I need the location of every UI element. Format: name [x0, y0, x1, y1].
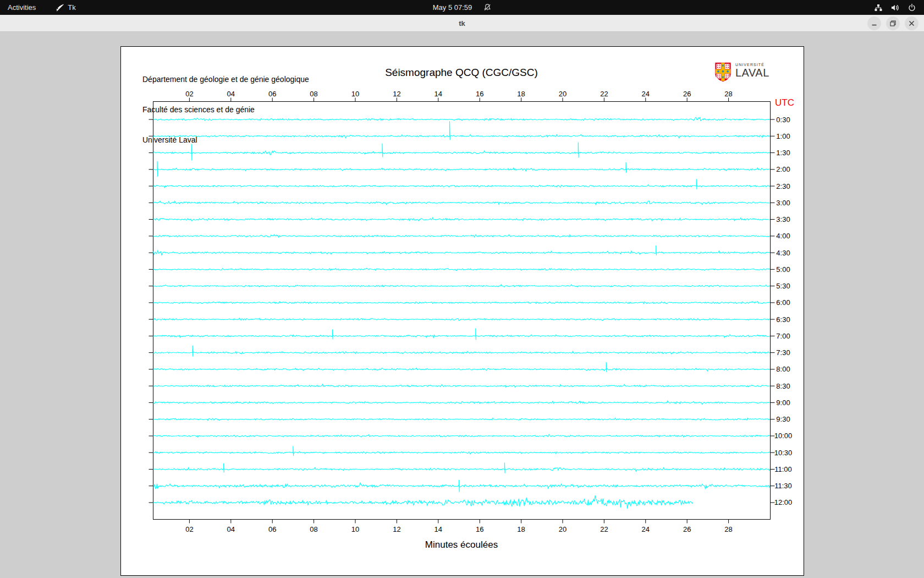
trace-row: [153, 285, 770, 287]
x-tick-label-top: 14: [435, 90, 442, 98]
time-label: 11:00: [774, 465, 792, 473]
time-label: 7:30: [776, 348, 790, 357]
trace-row: [153, 268, 770, 270]
x-tick-label-bottom: 16: [476, 525, 483, 533]
x-tick-label-top: 18: [517, 90, 525, 98]
trace-row: [153, 301, 770, 303]
trace-row: [153, 384, 770, 388]
trace-row: [153, 134, 770, 138]
time-label: 4:00: [776, 232, 790, 240]
time-label: 2:30: [776, 182, 790, 190]
trace-spike: [504, 462, 505, 473]
minimize-button[interactable]: [867, 17, 881, 30]
tk-feather-icon: [56, 3, 64, 12]
time-label: 3:30: [776, 215, 790, 223]
trace-spike: [578, 143, 579, 158]
close-icon: [909, 20, 915, 26]
trace-spike: [333, 329, 333, 339]
x-axis-title: Minutes écoulées: [153, 539, 770, 550]
trace-row: [153, 201, 770, 205]
x-tick-label-bottom: 02: [185, 525, 193, 533]
activities-button[interactable]: Activities: [0, 0, 43, 15]
trace-row: [153, 368, 770, 371]
trace-row: [153, 250, 770, 255]
time-label: 5:00: [776, 265, 790, 274]
restore-icon: [890, 20, 896, 26]
time-label: 10:30: [774, 449, 793, 457]
trace-row: [153, 151, 770, 155]
close-button[interactable]: [905, 17, 919, 30]
time-label: 8:00: [776, 365, 790, 373]
time-label: 12:00: [774, 498, 793, 506]
time-label: 7:00: [776, 332, 790, 340]
x-tick-label-top: 26: [683, 90, 691, 98]
trace-row: [153, 351, 770, 354]
time-label: 1:30: [776, 149, 790, 157]
x-tick-label-bottom: 14: [435, 525, 442, 533]
x-tick-label-bottom: 18: [517, 525, 525, 533]
trace-spike: [382, 144, 383, 157]
x-tick-label-top: 22: [600, 90, 608, 98]
x-tick-label-bottom: 10: [351, 525, 359, 533]
trace-row: [153, 335, 770, 338]
trace-row: [153, 318, 770, 320]
trace-spike: [656, 246, 657, 255]
x-tick-label-top: 02: [185, 90, 193, 98]
time-label: 9:30: [776, 415, 790, 423]
time-label: 3:00: [776, 199, 790, 207]
trace-row: [153, 117, 770, 121]
plot-border: [153, 102, 771, 520]
trace-row: [153, 495, 693, 509]
app-menu-label: Tk: [68, 3, 75, 12]
power-icon[interactable]: [908, 3, 916, 12]
trace-row: [153, 401, 770, 404]
x-tick-label-bottom: 08: [310, 525, 317, 533]
x-tick-label-bottom: 24: [642, 525, 650, 533]
volume-icon[interactable]: [890, 3, 900, 12]
x-tick-label-bottom: 22: [600, 525, 608, 533]
time-label: 5:30: [776, 282, 790, 290]
trace-row: [153, 217, 770, 221]
time-label: 2:00: [776, 165, 790, 173]
network-icon[interactable]: [874, 3, 883, 12]
app-menu-button[interactable]: Tk: [56, 3, 75, 12]
x-tick-label-bottom: 28: [724, 525, 732, 533]
trace-spike: [191, 144, 192, 161]
trace-row: [153, 468, 770, 472]
trace-row: [153, 185, 770, 188]
x-tick-label-top: 12: [393, 90, 400, 98]
trace-row: [153, 235, 770, 237]
trace-spike: [606, 362, 607, 372]
minimize-icon: [871, 20, 877, 26]
seismograph-plot: 0202040406060808101012121414161618182020…: [121, 47, 804, 575]
x-tick-label-top: 10: [351, 90, 359, 98]
trace-row: [153, 434, 770, 437]
time-label: 4:30: [776, 249, 790, 257]
x-tick-label-top: 06: [268, 90, 276, 98]
x-tick-label-top: 24: [642, 90, 650, 98]
x-tick-label-bottom: 12: [393, 525, 400, 533]
x-tick-label-bottom: 06: [268, 525, 276, 533]
x-tick-label-bottom: 04: [227, 525, 235, 533]
time-label: 8:30: [776, 382, 790, 390]
x-tick-label-top: 08: [310, 90, 317, 98]
x-tick-label-top: 20: [559, 90, 566, 98]
trace-row: [153, 168, 770, 171]
window-titlebar[interactable]: tk: [0, 15, 924, 32]
top-bar: Activities Tk May 5 07:59: [0, 0, 924, 15]
activities-label: Activities: [8, 3, 36, 12]
restore-button[interactable]: [886, 17, 900, 30]
trace-row: [153, 418, 770, 421]
seismograph-canvas: Département de géologie et de génie géol…: [120, 46, 804, 576]
time-label: 6:30: [776, 315, 790, 324]
x-tick-label-top: 04: [227, 90, 235, 98]
clock-label[interactable]: May 5 07:59: [433, 3, 472, 12]
trace-spike: [224, 463, 224, 472]
window-title: tk: [0, 15, 924, 32]
x-tick-label-bottom: 20: [559, 525, 566, 533]
x-tick-label-top: 16: [476, 90, 483, 98]
time-label: 0:30: [776, 116, 790, 124]
trace-spike: [193, 346, 193, 357]
time-label: 10:00: [774, 432, 793, 440]
utc-label: UTC: [775, 97, 794, 108]
